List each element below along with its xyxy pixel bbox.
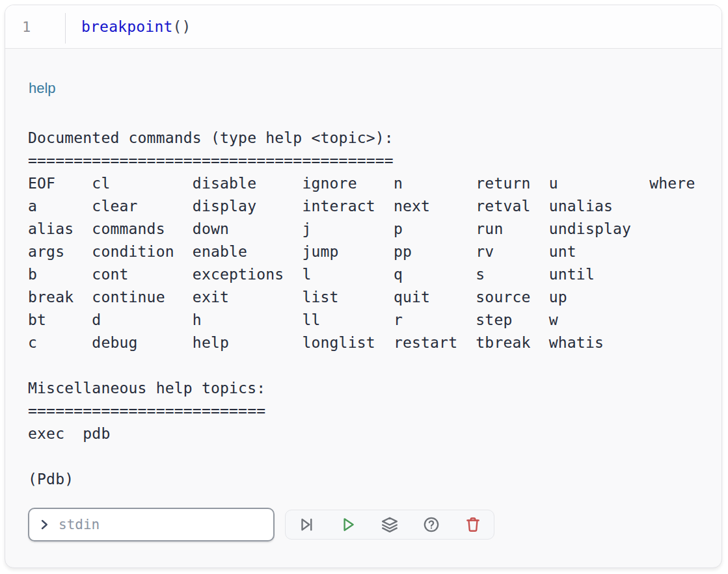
line-number: 1 (22, 19, 31, 35)
help-circle-icon (423, 516, 440, 533)
stdin-box (28, 508, 275, 541)
code-keyword: breakpoint (81, 18, 172, 35)
stdin-input[interactable] (57, 516, 264, 533)
trash-icon (465, 516, 481, 533)
layers-icon (381, 516, 398, 533)
step-button[interactable] (298, 516, 315, 533)
terminal-output: help Documented commands (type help <top… (5, 49, 721, 541)
code-editor[interactable]: 1 breakpoint() (5, 5, 721, 49)
code-line: breakpoint() (66, 5, 191, 48)
snippets-button[interactable] (381, 516, 398, 533)
pdb-help-output: Documented commands (type help <topic>):… (28, 127, 699, 491)
terminal-toolbar (285, 510, 494, 540)
app: 1 breakpoint() help Documented commands … (0, 0, 728, 574)
play-icon (340, 516, 357, 533)
skip-forward-icon (298, 516, 315, 533)
terminal-controls (28, 508, 699, 541)
help-button[interactable] (423, 516, 440, 533)
code-parens: () (172, 18, 191, 35)
chevron-right-icon (38, 519, 50, 530)
echoed-command: help (29, 80, 699, 97)
code-runner-card: 1 breakpoint() help Documented commands … (5, 5, 722, 568)
run-button[interactable] (340, 516, 357, 533)
editor-gutter: 1 (5, 5, 66, 48)
clear-button[interactable] (465, 516, 481, 533)
